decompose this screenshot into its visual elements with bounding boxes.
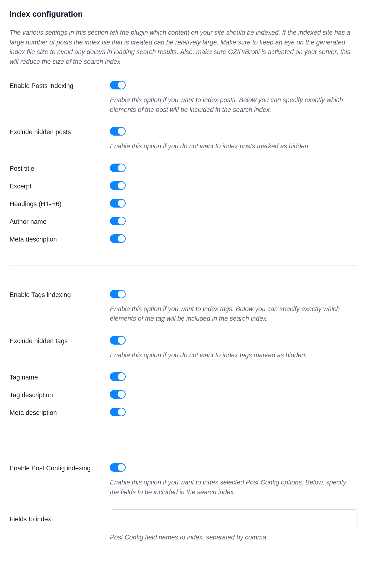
exclude-posts-label: Exclude hidden posts — [9, 127, 110, 136]
author-label: Author name — [9, 217, 110, 225]
fields-to-index-row: Fields to index Post Config field names … — [9, 509, 358, 541]
enable-posts-label: Enable Posts indexing — [9, 81, 110, 90]
enable-tags-desc: Enable this option if you want to index … — [110, 304, 354, 324]
tag-name-label: Tag name — [9, 372, 110, 381]
tag-desc-label: Tag description — [9, 390, 110, 399]
exclude-posts-toggle[interactable] — [110, 127, 126, 136]
headings-toggle[interactable] — [110, 199, 126, 208]
exclude-posts-desc: Enable this option if you do not want to… — [110, 141, 354, 151]
enable-postconfig-toggle[interactable] — [110, 463, 126, 472]
excerpt-label: Excerpt — [9, 181, 110, 190]
tag-name-row: Tag name — [9, 372, 358, 382]
post-meta-label: Meta description — [9, 234, 110, 243]
section-description: The various settings in this section tel… — [9, 28, 358, 67]
fields-to-index-input[interactable] — [110, 509, 358, 529]
headings-label: Headings (H1-H6) — [9, 199, 110, 208]
post-title-toggle[interactable] — [110, 163, 126, 172]
enable-posts-toggle[interactable] — [110, 81, 126, 89]
excerpt-toggle[interactable] — [110, 181, 126, 190]
enable-posts-desc: Enable this option if you want to index … — [110, 95, 354, 115]
author-toggle[interactable] — [110, 217, 126, 225]
exclude-tags-row: Exclude hidden tags Enable this option i… — [9, 336, 358, 360]
tag-meta-toggle[interactable] — [110, 408, 126, 416]
enable-tags-label: Enable Tags indexing — [9, 290, 110, 299]
author-row: Author name — [9, 217, 358, 226]
enable-tags-row: Enable Tags indexing Enable this option … — [9, 290, 358, 324]
exclude-tags-toggle[interactable] — [110, 336, 126, 345]
divider — [9, 439, 358, 439]
divider — [9, 265, 358, 266]
exclude-posts-row: Exclude hidden posts Enable this option … — [9, 127, 358, 151]
tag-desc-row: Tag description — [9, 390, 358, 400]
enable-posts-row: Enable Posts indexing Enable this option… — [9, 81, 358, 115]
tag-desc-toggle[interactable] — [110, 390, 126, 399]
post-title-label: Post title — [9, 163, 110, 172]
headings-row: Headings (H1-H6) — [9, 199, 358, 209]
tag-meta-row: Meta description — [9, 408, 358, 417]
enable-postconfig-label: Enable Post Config indexing — [9, 463, 110, 472]
enable-postconfig-desc: Enable this option if you want to index … — [110, 477, 354, 497]
fields-to-index-label: Fields to index — [9, 509, 110, 523]
exclude-tags-label: Exclude hidden tags — [9, 336, 110, 345]
excerpt-row: Excerpt — [9, 181, 358, 191]
fields-to-index-desc: Post Config field names to index, separa… — [110, 534, 358, 541]
post-meta-toggle[interactable] — [110, 234, 126, 243]
tag-meta-label: Meta description — [9, 408, 110, 417]
post-title-row: Post title — [9, 163, 358, 173]
tag-name-toggle[interactable] — [110, 372, 126, 381]
post-meta-row: Meta description — [9, 234, 358, 244]
section-title: Index configuration — [9, 9, 358, 19]
enable-postconfig-row: Enable Post Config indexing Enable this … — [9, 463, 358, 497]
exclude-tags-desc: Enable this option if you do not want to… — [110, 350, 354, 360]
enable-tags-toggle[interactable] — [110, 290, 126, 298]
